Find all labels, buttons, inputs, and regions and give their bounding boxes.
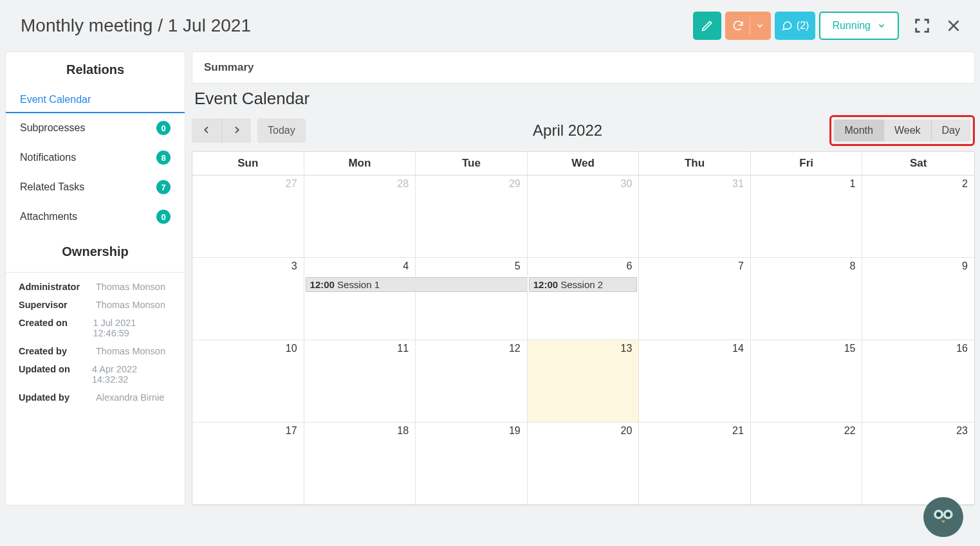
day-number: 23: [956, 425, 968, 437]
calendar-day-cell[interactable]: 27: [192, 176, 304, 258]
close-button[interactable]: [945, 17, 962, 34]
main-panel: Summary Event Calendar: [192, 51, 975, 505]
calendar-day-cell[interactable]: 19: [416, 423, 528, 505]
calendar-day-cell[interactable]: 3: [192, 258, 304, 340]
view-day-button[interactable]: Day: [931, 120, 970, 141]
edit-button[interactable]: [693, 12, 721, 40]
ownership-heading: Ownership: [6, 232, 185, 268]
calendar-day-cell[interactable]: 23: [862, 423, 974, 505]
calendar-event[interactable]: 12:00 Session 2: [529, 277, 638, 292]
day-number: 6: [626, 260, 632, 272]
day-number: 30: [620, 178, 632, 190]
ownership-value: Thomas Monson: [96, 282, 165, 292]
day-number: 9: [962, 260, 968, 272]
sidebar: Relations Event Calendar Subprocesses 0 …: [5, 51, 185, 505]
calendar-day-cell[interactable]: 15: [751, 340, 863, 423]
day-number: 31: [732, 178, 744, 190]
day-header: Thu: [639, 152, 751, 176]
day-number: 19: [509, 425, 521, 437]
ownership-list: AdministratorThomas MonsonSupervisorThom…: [6, 273, 185, 418]
count-badge: 0: [156, 210, 171, 224]
calendar-day-cell[interactable]: 1: [751, 176, 863, 258]
calendar-day-cell[interactable]: 21: [639, 423, 751, 505]
day-header: Wed: [528, 152, 640, 176]
ownership-key: Updated on: [19, 364, 92, 385]
chevron-down-icon: [877, 21, 886, 30]
chevron-down-icon: [755, 21, 764, 30]
day-number: 3: [291, 260, 297, 272]
ownership-value: Alexandra Birnie: [96, 392, 164, 403]
calendar-day-cell[interactable]: 13: [528, 340, 640, 423]
calendar-day-cell[interactable]: 20: [528, 423, 640, 505]
comments-button[interactable]: (2): [775, 12, 816, 40]
calendar-event[interactable]: 12:00 Session 1: [306, 277, 416, 292]
day-number: 2: [962, 178, 968, 190]
calendar-day-cell[interactable]: 9: [862, 258, 974, 340]
sidebar-item-label: Notifications: [20, 152, 76, 163]
calendar-day-cell[interactable]: 16: [862, 340, 974, 423]
prev-month-button[interactable]: [192, 118, 221, 143]
sidebar-item-related-tasks[interactable]: Related Tasks 7: [6, 172, 185, 202]
calendar-day-cell[interactable]: 14: [639, 340, 751, 423]
calendar-day-cell[interactable]: 31: [639, 176, 751, 258]
view-week-button[interactable]: Week: [883, 120, 931, 141]
calendar-day-cell[interactable]: 5: [416, 258, 528, 340]
day-number: 4: [403, 260, 409, 272]
calendar-day-cell[interactable]: 2: [862, 176, 974, 258]
sidebar-item-subprocesses[interactable]: Subprocesses 0: [6, 113, 185, 143]
calendar-day-cell[interactable]: 10: [192, 340, 304, 423]
panel-title: Event Calendar: [192, 86, 975, 115]
sidebar-item-label: Event Calendar: [20, 94, 91, 105]
calendar-day-cell[interactable]: 29: [416, 176, 528, 258]
ownership-row: Updated on4 Apr 2022 14:32:32: [19, 360, 172, 388]
day-number: 15: [844, 343, 856, 354]
ownership-key: Created on: [19, 318, 93, 338]
calendar-day-cell[interactable]: 28: [304, 176, 416, 258]
next-month-button[interactable]: [221, 118, 251, 143]
chevron-right-icon: [232, 125, 242, 137]
ownership-row: Updated byAlexandra Birnie: [19, 388, 172, 406]
ownership-value: Thomas Monson: [96, 346, 165, 356]
ownership-row: AdministratorThomas Monson: [19, 278, 172, 296]
calendar-day-cell[interactable]: 22: [751, 423, 863, 505]
refresh-dropdown-button[interactable]: [725, 12, 771, 40]
count-badge: 8: [156, 150, 171, 165]
calendar-day-cell[interactable]: 30: [528, 176, 640, 258]
ownership-value: 4 Apr 2022 14:32:32: [92, 364, 172, 385]
current-month-label: April 2022: [306, 122, 830, 140]
day-header: Tue: [416, 152, 528, 176]
sidebar-item-event-calendar[interactable]: Event Calendar: [6, 86, 185, 113]
view-month-button[interactable]: Month: [834, 120, 883, 141]
fullscreen-button[interactable]: [913, 17, 931, 35]
day-number: 16: [956, 343, 968, 354]
tab-summary[interactable]: Summary: [192, 51, 975, 84]
sidebar-item-attachments[interactable]: Attachments 0: [6, 202, 185, 232]
calendar-day-cell[interactable]: 12: [416, 340, 528, 423]
fullscreen-icon: [913, 17, 931, 35]
svg-point-2: [936, 512, 941, 516]
calendar-day-cell[interactable]: 18: [304, 423, 416, 505]
today-button[interactable]: Today: [257, 118, 306, 143]
chevron-left-icon: [201, 125, 212, 137]
sidebar-item-notifications[interactable]: Notifications 8: [6, 143, 185, 172]
day-number: 14: [732, 343, 744, 354]
calendar-day-cell[interactable]: 7: [639, 258, 751, 340]
calendar-day-cell[interactable]: 8: [751, 258, 863, 340]
ownership-key: Administrator: [19, 282, 96, 292]
calendar-day-cell[interactable]: 412:00 Session 1: [304, 258, 416, 340]
status-dropdown-button[interactable]: Running: [819, 12, 899, 40]
help-avatar[interactable]: [923, 497, 963, 537]
day-number: 11: [397, 343, 409, 354]
day-number: 20: [620, 425, 632, 437]
refresh-icon: [732, 19, 744, 32]
calendar-event-continuation[interactable]: [416, 277, 528, 292]
calendar-day-cell[interactable]: 17: [192, 423, 304, 505]
ownership-row: Created byThomas Monson: [19, 342, 172, 360]
calendar-day-cell[interactable]: 612:00 Session 2: [528, 258, 640, 340]
ownership-key: Created by: [19, 346, 96, 356]
day-number: 27: [286, 178, 297, 190]
day-header: Fri: [751, 152, 863, 176]
calendar-grid: SunMonTueWedThuFriSat 2728293031123412:0…: [192, 151, 975, 505]
calendar-day-cell[interactable]: 11: [304, 340, 416, 423]
owl-icon: [930, 502, 957, 532]
